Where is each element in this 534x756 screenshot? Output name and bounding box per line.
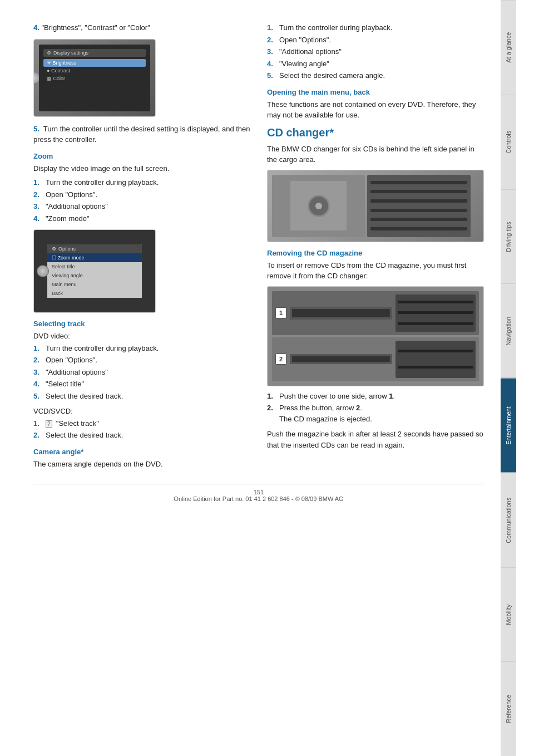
dvd-step-5-num: 5. — [33, 391, 42, 402]
right-tabs: At a glance Controls Driving tips Naviga… — [501, 0, 516, 756]
dvd-step-2-num: 2. — [33, 355, 42, 366]
tab-controls-label: Controls — [505, 131, 512, 154]
cam-step-2-num: 2. — [267, 35, 276, 46]
brightness-label: Brightness — [53, 60, 77, 66]
contrast-icon: ● — [47, 68, 51, 73]
cam-step-4-text: "Viewing angle" — [279, 58, 484, 70]
camera-angle-text: The camera angle depends on the DVD. — [33, 459, 250, 470]
tab-mobility[interactable]: Mobility — [501, 567, 516, 662]
step4-text: 4. "Brightness", "Contrast" or "Color" — [33, 22, 250, 33]
zoom-step-1: 1. Turn the controller during playback. — [33, 177, 250, 188]
mag-right-slot-2 — [398, 311, 473, 314]
mag-bottom-right-slot-1 — [398, 350, 473, 352]
zoom-step-4: 4. "Zoom mode" — [33, 213, 250, 224]
tab-controls[interactable]: Controls — [501, 95, 516, 189]
screen-inner: ⚙ Display settings ☀ Brightness ● Contra… — [39, 45, 150, 111]
remove-step-1-num: 1. — [267, 391, 276, 402]
dvd-video-label: DVD video: — [33, 331, 250, 342]
footer-text: Online Edition for Part no. 01 41 2 602 … — [174, 495, 343, 502]
options-icon: ⚙ — [52, 246, 56, 252]
cam-step-2-text: Open "Options". — [279, 35, 484, 46]
opening-main-menu-heading: Opening the main menu, back — [267, 88, 484, 96]
tab-entertainment[interactable]: Entertainment — [501, 378, 516, 473]
remove-step-1-text: Push the cover to one side, arrow 1. — [279, 391, 484, 402]
tab-mobility-label: Mobility — [505, 604, 512, 625]
page-footer: 151 Online Edition for Part no. 01 41 2 … — [33, 484, 484, 502]
dvd-step-3-text: "Additional options" — [46, 367, 250, 378]
cam-step-4-num: 4. — [267, 58, 276, 70]
zoom-description: Display the video image on the full scre… — [33, 163, 250, 174]
cam-step-1-num: 1. — [267, 22, 276, 33]
camera-angle-heading: Camera angle* — [33, 448, 250, 456]
cd-slot-1 — [370, 181, 467, 184]
cam-step-5-text: Select the desired camera angle. — [279, 70, 484, 81]
cd-slot-2 — [370, 190, 467, 193]
arrow-2-badge: 2 — [275, 354, 286, 365]
mag-right-slot-1 — [398, 301, 473, 303]
cd-changer-description: The BMW CD changer for six CDs is behind… — [267, 144, 484, 165]
contrast-label: Contrast — [51, 68, 70, 73]
brightness-icon: ☀ — [47, 60, 53, 66]
cd-magazine-image: 1 2 — [267, 286, 484, 386]
remove-step-1: 1. Push the cover to one side, arrow 1. — [267, 391, 484, 402]
tab-at-a-glance[interactable]: At a glance — [501, 0, 516, 95]
remove-step-2-num: 2. — [267, 402, 276, 424]
mag-slot-2 — [292, 312, 390, 315]
magazine-right-panel — [395, 294, 476, 332]
options-title-text: Options — [58, 246, 76, 252]
vcd-step-2-text: Select the desired track. — [46, 430, 250, 441]
cam-step-5: 5. Select the desired camera angle. — [267, 70, 484, 81]
cam-step-3-num: 3. — [267, 46, 276, 57]
cd-slot-3 — [370, 199, 467, 203]
dvd-step-1: 1. Turn the controller during playback. — [33, 343, 250, 354]
zoom-step-2-num: 2. — [33, 189, 42, 200]
tab-entertainment-label: Entertainment — [505, 406, 512, 444]
arrow-1-badge: 1 — [275, 307, 286, 318]
vcd-label: VCD/SVCD: — [33, 406, 250, 417]
cam-step-3-text: "Additional options" — [279, 46, 484, 57]
tab-communications[interactable]: Communications — [501, 473, 516, 567]
screen-contrast-item: ● Contrast — [43, 67, 146, 75]
push-back-text: Push the magazine back in after at least… — [267, 429, 484, 450]
right-column: 1. Turn the controller during playback. … — [267, 22, 484, 473]
step4-label: "Brightness", "Contrast" or "Color" — [41, 23, 150, 32]
selecting-track-heading: Selecting track — [33, 320, 250, 328]
mag-bottom-right-slot-2 — [398, 366, 473, 369]
vcd-step-2: 2. Select the desired track. — [33, 430, 250, 441]
viewing-angle-item: Viewing angle — [47, 271, 142, 280]
zoom-heading: Zoom — [33, 152, 250, 160]
cd-device-right — [367, 175, 471, 237]
remove-step-2-text: Press the button, arrow 2.The CD magazin… — [279, 402, 484, 424]
dvd-step-1-text: Turn the controller during playback. — [46, 343, 250, 354]
options-inner: ⚙ Options ☐ Zoom mode Select title Viewi… — [47, 244, 142, 298]
dvd-step-4: 4. "Select title" — [33, 379, 250, 390]
zoom-checkbox: ☐ — [52, 255, 58, 261]
cd-disc — [308, 195, 330, 217]
tab-driving-tips[interactable]: Driving tips — [501, 189, 516, 284]
dvd-step-2: 2. Open "Options". — [33, 355, 250, 366]
dvd-step-5-text: Select the desired track. — [46, 391, 250, 402]
zoom-steps-list: 1. Turn the controller during playback. … — [33, 177, 250, 224]
cam-step-3: 3. "Additional options" — [267, 46, 484, 57]
options-title-bar: ⚙ Options — [47, 244, 142, 253]
page-container: 4. "Brightness", "Contrast" or "Color" ⚙… — [0, 0, 534, 756]
tab-reference[interactable]: Reference — [501, 661, 516, 756]
mag-bottom-slot-2 — [292, 359, 390, 362]
mag-slot-3 — [292, 315, 390, 317]
magazine-bottom-right-panel — [395, 341, 476, 378]
dvd-step-5: 5. Select the desired track. — [33, 391, 250, 402]
tab-navigation[interactable]: Navigation — [501, 283, 516, 378]
dvd-step-2-text: Open "Options". — [46, 355, 250, 366]
screen-color-item: ▦ Color — [43, 75, 146, 82]
magazine-top: 1 — [272, 291, 479, 335]
magazine-body-top — [290, 307, 392, 320]
step5-number: 5. — [33, 125, 39, 133]
tab-at-a-glance-label: At a glance — [505, 32, 512, 63]
cam-step-1-text: Turn the controller during playback. — [279, 22, 484, 33]
zoom-step-3: 3. "Additional options" — [33, 201, 250, 212]
step5-text: 5. Turn the controller until the desired… — [33, 124, 250, 145]
step5-label: Turn the controller until the desired se… — [33, 125, 250, 144]
vcd-step-1: 1. ? "Select track" — [33, 418, 250, 429]
tab-communications-label: Communications — [505, 497, 512, 543]
remove-steps-list: 1. Push the cover to one side, arrow 1. … — [267, 391, 484, 425]
